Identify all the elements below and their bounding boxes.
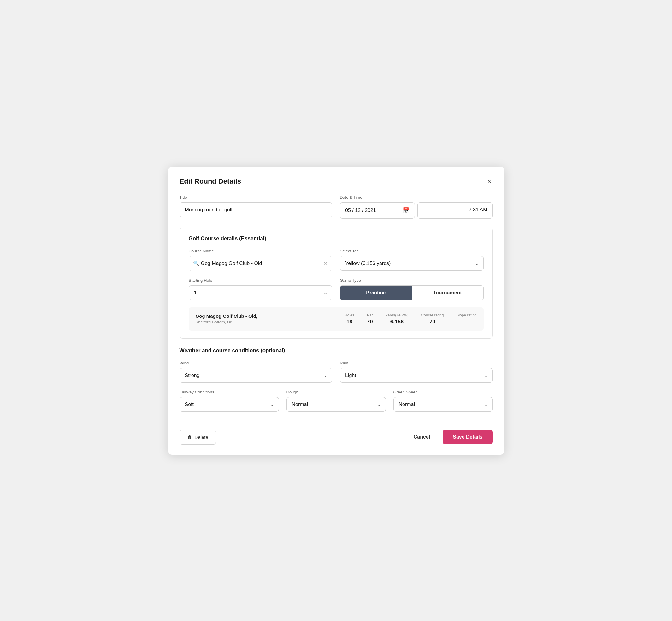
title-input[interactable] (179, 202, 333, 217)
rain-group: Rain NoneLight ModerateHeavy ⌄ (340, 361, 493, 383)
date-value: 05 / 12 / 2021 (345, 208, 376, 213)
wind-label: Wind (179, 361, 333, 365)
modal-header: Edit Round Details × (179, 177, 493, 186)
time-input-box[interactable]: 7:31 AM (417, 202, 493, 219)
yards-label: Yards(Yellow) (385, 313, 409, 318)
weather-row-2: Fairway Conditions FirmNormal SoftWet ⌄ … (179, 390, 493, 412)
wind-dropdown[interactable]: CalmLightModerate StrongVery Strong (179, 368, 333, 383)
delete-icon: 🗑 (187, 434, 192, 440)
course-rating-value: 70 (429, 319, 435, 325)
green-speed-label: Green Speed (393, 390, 493, 395)
green-speed-group: Green Speed SlowNormal FastVery Fast ⌄ (393, 390, 493, 412)
course-rating-label: Course rating (421, 313, 444, 318)
starting-hole-label: Starting Hole (189, 278, 333, 283)
practice-button[interactable]: Practice (340, 286, 412, 300)
title-field-group: Title (179, 195, 333, 219)
rain-label: Rain (340, 361, 493, 365)
datetime-field-group: Date & Time 05 / 12 / 2021 📅 7:31 AM (340, 195, 493, 219)
rain-dropdown[interactable]: NoneLight ModerateHeavy (340, 368, 493, 383)
course-name-input[interactable] (189, 256, 333, 271)
save-button[interactable]: Save Details (443, 430, 493, 444)
rough-select-wrap: ShortNormalLong ⌄ (287, 397, 386, 412)
game-type-label: Game Type (340, 278, 484, 283)
select-tee-dropdown[interactable]: Yellow (6,156 yards) Red (5,200 yards) W… (340, 256, 484, 271)
yards-value: 6,156 (390, 319, 404, 325)
starting-hole-group: Starting Hole 123 456 78910 ⌄ (189, 278, 333, 300)
top-fields: Title Date & Time 05 / 12 / 2021 📅 7:31 … (179, 195, 493, 219)
yards-stat: Yards(Yellow) 6,156 (385, 313, 409, 325)
holes-label: Holes (344, 313, 354, 318)
wind-select-wrap: CalmLightModerate StrongVery Strong ⌄ (179, 368, 333, 383)
tournament-button[interactable]: Tournament (412, 286, 483, 300)
course-info-name: Gog Magog Golf Club - Old, Shelford Bott… (196, 313, 332, 324)
clear-icon[interactable]: ✕ (323, 260, 328, 267)
game-type-toggle: Practice Tournament (340, 285, 484, 300)
golf-course-section-title: Golf Course details (Essential) (189, 236, 484, 242)
par-stat: Par 70 (367, 313, 373, 325)
time-value: 7:31 AM (469, 207, 488, 212)
wind-group: Wind CalmLightModerate StrongVery Strong… (179, 361, 333, 383)
course-info-row: Gog Magog Golf Club - Old, Shelford Bott… (189, 307, 484, 331)
slope-rating-label: Slope rating (456, 313, 476, 318)
fairway-group: Fairway Conditions FirmNormal SoftWet ⌄ (179, 390, 279, 412)
rough-group: Rough ShortNormalLong ⌄ (287, 390, 386, 412)
par-label: Par (367, 313, 373, 318)
slope-rating-stat: Slope rating - (456, 313, 476, 325)
green-speed-dropdown[interactable]: SlowNormal FastVery Fast (393, 397, 493, 412)
close-button[interactable]: × (486, 177, 493, 186)
rough-dropdown[interactable]: ShortNormalLong (287, 397, 386, 412)
weather-row-1: Wind CalmLightModerate StrongVery Strong… (179, 361, 493, 383)
starting-hole-wrap: 123 456 78910 ⌄ (189, 285, 333, 300)
fairway-select-wrap: FirmNormal SoftWet ⌄ (179, 397, 279, 412)
fairway-label: Fairway Conditions (179, 390, 279, 395)
search-icon: 🔍 (193, 260, 199, 266)
delete-label: Delete (195, 434, 208, 440)
course-name-label: Course Name (189, 249, 333, 253)
edit-round-modal: Edit Round Details × Title Date & Time 0… (168, 167, 504, 455)
course-info-location: Shelford Bottom, UK (196, 320, 332, 324)
date-input-box[interactable]: 05 / 12 / 2021 📅 (340, 202, 415, 219)
delete-button[interactable]: 🗑 Delete (179, 430, 216, 445)
title-label: Title (179, 195, 333, 200)
calendar-icon: 📅 (403, 207, 410, 214)
select-tee-wrap: Yellow (6,156 yards) Red (5,200 yards) W… (340, 256, 484, 271)
course-tee-row: Course Name 🔍 ✕ Select Tee Yellow (6,156… (189, 249, 484, 271)
holes-value: 18 (346, 319, 352, 325)
slope-rating-value: - (466, 319, 468, 325)
course-name-input-wrap: 🔍 ✕ (189, 256, 333, 271)
select-tee-group: Select Tee Yellow (6,156 yards) Red (5,2… (340, 249, 484, 271)
course-rating-stat: Course rating 70 (421, 313, 444, 325)
holes-stat: Holes 18 (344, 313, 354, 325)
datetime-label: Date & Time (340, 195, 493, 200)
course-name-group: Course Name 🔍 ✕ (189, 249, 333, 271)
footer-actions: 🗑 Delete Cancel Save Details (179, 430, 493, 445)
golf-course-section: Golf Course details (Essential) Course N… (179, 227, 493, 339)
rain-select-wrap: NoneLight ModerateHeavy ⌄ (340, 368, 493, 383)
course-info-primary: Gog Magog Golf Club - Old, (196, 313, 332, 319)
datetime-inputs: 05 / 12 / 2021 📅 7:31 AM (340, 202, 493, 219)
game-type-group: Game Type Practice Tournament (340, 278, 484, 300)
weather-section-title: Weather and course conditions (optional) (179, 347, 493, 354)
select-tee-label: Select Tee (340, 249, 484, 253)
par-value: 70 (367, 319, 373, 325)
weather-section: Weather and course conditions (optional)… (179, 347, 493, 412)
footer-divider (179, 421, 493, 421)
hole-gametype-row: Starting Hole 123 456 78910 ⌄ Game Type … (189, 278, 484, 300)
modal-title: Edit Round Details (179, 177, 241, 185)
green-speed-select-wrap: SlowNormal FastVery Fast ⌄ (393, 397, 493, 412)
footer-right: Cancel Save Details (409, 430, 493, 444)
starting-hole-dropdown[interactable]: 123 456 78910 (189, 285, 333, 300)
rough-label: Rough (287, 390, 386, 395)
fairway-dropdown[interactable]: FirmNormal SoftWet (179, 397, 279, 412)
cancel-button[interactable]: Cancel (409, 430, 435, 444)
